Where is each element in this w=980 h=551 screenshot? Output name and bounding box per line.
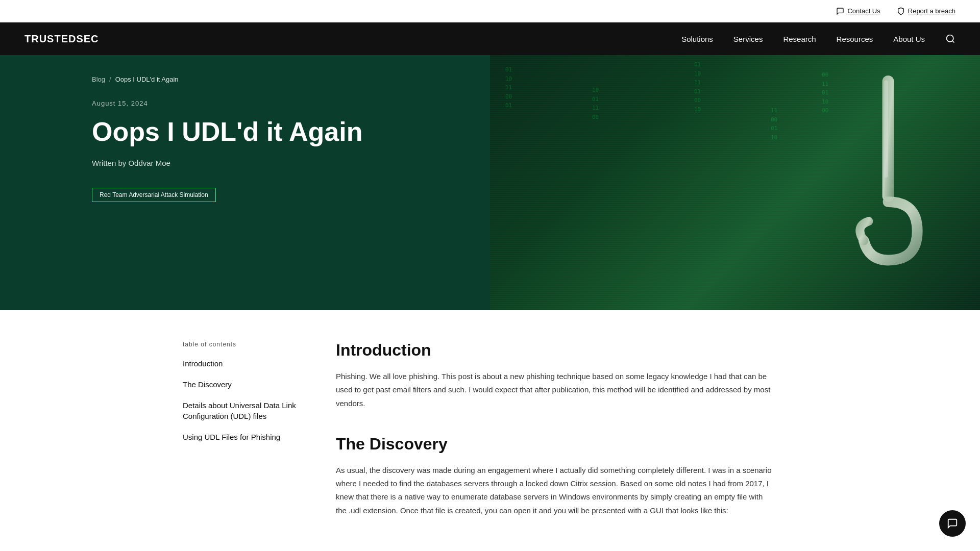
svg-line-1	[952, 41, 954, 43]
brand-logo[interactable]: TRUSTEDSEC	[24, 33, 99, 45]
nav-menu: Solutions Services Research Resources Ab…	[681, 34, 955, 44]
search-button[interactable]	[945, 34, 955, 44]
hero-content: Blog / Oops I UDL'd it Again August 15, …	[0, 55, 490, 310]
section-body-discovery: As usual, the discovery was made during …	[336, 464, 775, 517]
nav-item-research[interactable]: Research	[783, 35, 816, 43]
breadcrumb: Blog / Oops I UDL'd it Again	[92, 76, 459, 83]
toc-item-discovery[interactable]: The Discovery	[183, 379, 305, 390]
author-prefix: Written by	[92, 159, 128, 167]
nav-item-resources[interactable]: Resources	[837, 35, 873, 43]
toc-item-udl-details[interactable]: Details about Universal Data Link Config…	[183, 400, 305, 421]
table-of-contents: Table of contents Introduction The Disco…	[183, 341, 305, 542]
article-date: August 15, 2024	[92, 99, 459, 107]
breadcrumb-blog[interactable]: Blog	[92, 76, 105, 83]
article-title: Oops I UDL'd it Again	[92, 117, 459, 146]
section-introduction: Introduction Phishing. We all love phish…	[336, 341, 775, 410]
chat-icon	[836, 7, 844, 15]
search-icon	[945, 34, 955, 44]
contact-us-link[interactable]: Contact Us	[836, 7, 880, 15]
chat-button[interactable]	[939, 510, 966, 537]
hook-illustration	[837, 76, 939, 280]
nav-item-about-us[interactable]: About Us	[893, 35, 925, 43]
article-body: Introduction Phishing. We all love phish…	[336, 341, 775, 542]
shield-icon	[897, 7, 905, 15]
toc-item-using-udl[interactable]: Using UDL Files for Phishing	[183, 432, 305, 442]
section-discovery: The Discovery As usual, the discovery wa…	[336, 435, 775, 517]
section-heading-discovery: The Discovery	[336, 435, 775, 454]
nav-item-solutions[interactable]: Solutions	[681, 35, 713, 43]
hero-image: 0110110001 10011100 011011010010 1100011…	[490, 55, 980, 310]
article-tag[interactable]: Red Team Adversarial Attack Simulation	[92, 188, 216, 202]
section-heading-introduction: Introduction	[336, 341, 775, 360]
section-body-introduction: Phishing. We all love phishing. This pos…	[336, 370, 775, 410]
hero-section: Blog / Oops I UDL'd it Again August 15, …	[0, 55, 980, 310]
nav-item-services[interactable]: Services	[733, 35, 763, 43]
utility-bar: Contact Us Report a breach	[0, 0, 980, 22]
article-author: Written by Oddvar Moe	[92, 159, 459, 167]
report-label: Report a breach	[908, 7, 955, 15]
toc-item-introduction[interactable]: Introduction	[183, 358, 305, 369]
main-navbar: TRUSTEDSEC Solutions Services Research R…	[0, 22, 980, 55]
contact-label: Contact Us	[847, 7, 880, 15]
breadcrumb-current-page: Oops I UDL'd it Again	[115, 76, 179, 83]
breadcrumb-separator: /	[109, 76, 111, 83]
main-content: Table of contents Introduction The Disco…	[158, 310, 822, 551]
chat-bubble-icon	[947, 518, 958, 529]
toc-label: Table of contents	[183, 341, 305, 348]
report-breach-link[interactable]: Report a breach	[897, 7, 955, 15]
svg-point-0	[947, 35, 953, 42]
svg-rect-3	[884, 81, 888, 178]
author-name: Oddvar Moe	[128, 159, 170, 167]
